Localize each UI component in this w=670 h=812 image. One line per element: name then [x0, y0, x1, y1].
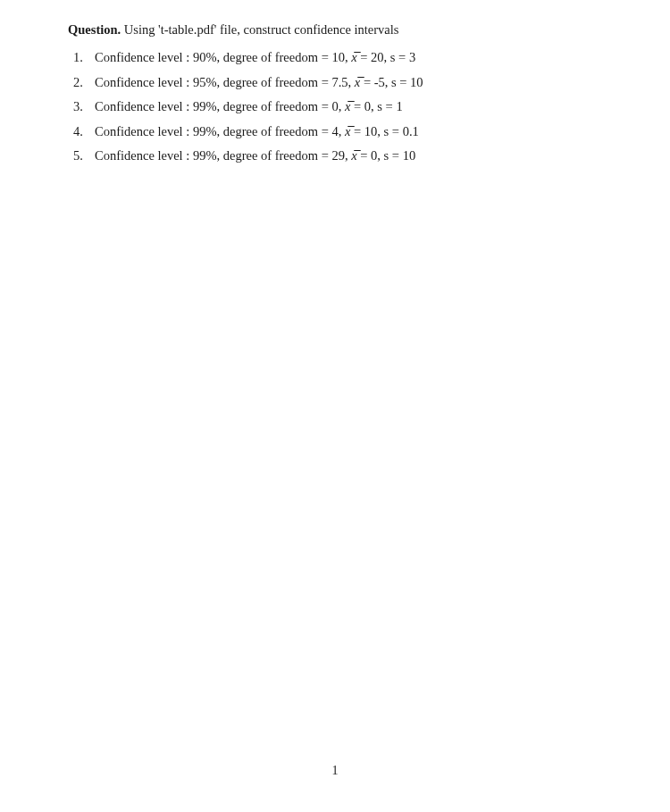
xbar-symbol: x [355, 71, 360, 96]
list-number: 3. [73, 95, 83, 120]
item-suffix: = 0, s = 1 [350, 99, 402, 113]
question-label: Question. [68, 22, 121, 37]
question-heading: Question. Using 't-table.pdf' file, cons… [68, 20, 616, 40]
xbar-symbol: x [345, 120, 350, 145]
xbar-symbol: x [345, 95, 350, 120]
list-item: 1. Confidence level : 90%, degree of fre… [68, 46, 616, 71]
document-page: Question. Using 't-table.pdf' file, cons… [0, 0, 670, 812]
page-number: 1 [0, 764, 670, 778]
list-number: 5. [73, 144, 83, 169]
list-number: 2. [73, 71, 83, 96]
list-item: 5. Confidence level : 99%, degree of fre… [68, 144, 616, 169]
xbar-symbol: x [351, 144, 356, 169]
item-prefix: Confidence level : 95%, degree of freedo… [95, 75, 355, 89]
list-number: 1. [73, 46, 83, 71]
item-prefix: Confidence level : 90%, degree of freedo… [95, 50, 351, 64]
question-list: 1. Confidence level : 90%, degree of fre… [68, 46, 616, 169]
question-text: Using 't-table.pdf' file, construct conf… [124, 22, 399, 37]
item-suffix: = 20, s = 3 [357, 50, 416, 64]
item-prefix: Confidence level : 99%, degree of freedo… [95, 124, 345, 138]
item-suffix: = 0, s = 10 [357, 148, 416, 163]
item-suffix: = 10, s = 0.1 [350, 124, 418, 138]
item-suffix: = -5, s = 10 [360, 75, 423, 89]
list-item: 4. Confidence level : 99%, degree of fre… [68, 120, 616, 145]
item-prefix: Confidence level : 99%, degree of freedo… [95, 148, 351, 163]
list-item: 3. Confidence level : 99%, degree of fre… [68, 95, 616, 120]
list-number: 4. [73, 120, 83, 145]
item-prefix: Confidence level : 99%, degree of freedo… [95, 99, 345, 113]
xbar-symbol: x [351, 46, 356, 71]
list-item: 2. Confidence level : 95%, degree of fre… [68, 71, 616, 96]
